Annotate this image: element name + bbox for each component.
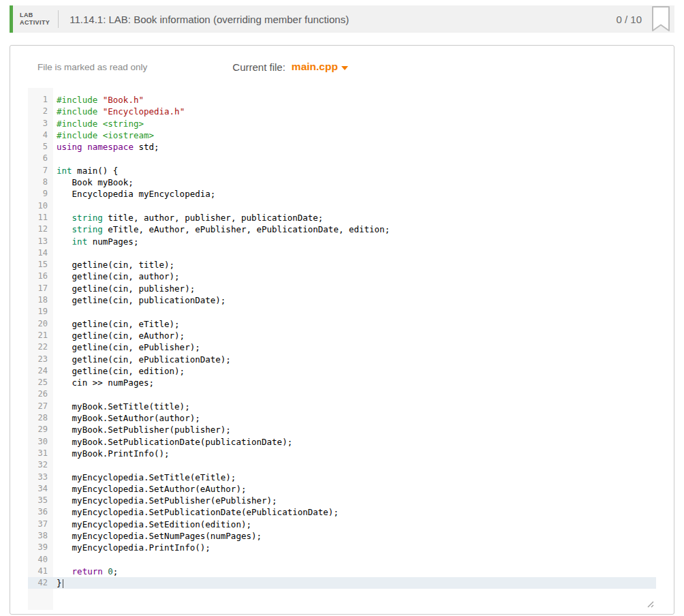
line-number: 1: [28, 94, 53, 106]
line-number: 13: [28, 236, 53, 247]
lab-score: 0 / 10: [616, 14, 651, 25]
code-line[interactable]: getline(cin, ePublicationDate);: [53, 354, 656, 365]
code-token: using: [57, 142, 82, 152]
code-token: myEncyclopedia.SetPublicationDate(ePubli…: [57, 507, 339, 517]
code-token: string: [72, 224, 103, 234]
code-line[interactable]: myBook.SetPublicationDate(publicationDat…: [53, 436, 656, 448]
code-line[interactable]: getline(cin, author);: [53, 271, 656, 282]
line-number: 34: [28, 483, 53, 495]
code-token: Encyclopedia myEncyclopedia;: [57, 189, 215, 199]
code-line[interactable]: myEncyclopedia.PrintInfo();: [53, 542, 656, 553]
code-token: title, author, publisher, publicationDat…: [103, 213, 324, 223]
resize-grip-icon[interactable]: [645, 599, 655, 609]
code-token: [97, 95, 103, 105]
code-line[interactable]: #include "Encyclopedia.h": [53, 106, 656, 117]
current-file-group: Current file: main.cpp: [232, 61, 348, 73]
line-number: 16: [28, 271, 53, 282]
code-line[interactable]: Book myBook;: [53, 176, 656, 188]
header-divider: [58, 10, 59, 28]
line-number: 27: [28, 401, 53, 412]
code-line[interactable]: string eTitle, eAuthor, ePublisher, ePub…: [53, 224, 656, 235]
chevron-down-icon: [341, 66, 348, 70]
code-line[interactable]: myEncyclopedia.SetPublisher(ePublisher);: [53, 495, 656, 506]
line-number: 26: [28, 388, 53, 400]
code-token: numPages;: [87, 236, 138, 247]
code-editor[interactable]: 1234567891011121314151617181920212223242…: [28, 88, 656, 610]
line-number: 35: [28, 495, 53, 506]
code-line[interactable]: [53, 200, 656, 212]
line-number: 31: [28, 448, 53, 459]
code-line[interactable]: myBook.SetPublisher(publisher);: [53, 424, 656, 435]
code-line[interactable]: #include <string>: [53, 118, 656, 129]
code-line[interactable]: myEncyclopedia.SetNumPages(numPages);: [53, 530, 656, 542]
code-line[interactable]: #include "Book.h": [53, 94, 656, 106]
code-token: <string>: [103, 119, 144, 129]
code-token: }: [57, 578, 62, 588]
code-token: myBook.SetPublicationDate(publicationDat…: [57, 437, 292, 447]
code-token: "Encyclopedia.h": [103, 106, 185, 117]
line-number: 17: [28, 283, 53, 294]
code-line[interactable]: using namespace std;: [53, 141, 656, 153]
code-line[interactable]: [53, 388, 656, 400]
readonly-note: File is marked as read only: [37, 62, 147, 72]
line-number: 18: [28, 294, 53, 306]
code-line[interactable]: getline(cin, title);: [53, 259, 656, 271]
code-token: std;: [134, 142, 159, 152]
code-line[interactable]: getline(cin, publicationDate);: [53, 294, 656, 306]
file-bar: File is marked as read only Current file…: [10, 46, 674, 88]
current-file-label: Current file:: [232, 61, 285, 73]
code-token: [57, 224, 72, 234]
code-token: namespace: [87, 142, 134, 152]
current-file-name: main.cpp: [292, 61, 338, 73]
code-line[interactable]: getline(cin, edition);: [53, 365, 656, 377]
code-line[interactable]: getline(cin, publisher);: [53, 283, 656, 294]
code-token: getline(cin, eAuthor);: [57, 330, 185, 341]
code-token: #include: [57, 119, 97, 129]
code-line[interactable]: [53, 247, 656, 259]
code-line[interactable]: myEncyclopedia.SetTitle(eTitle);: [53, 472, 656, 483]
line-number-gutter: 1234567891011121314151617181920212223242…: [28, 88, 53, 610]
code-line[interactable]: cin >> numPages;: [53, 377, 656, 388]
line-number: 7: [28, 165, 53, 176]
badge-line-1: LAB: [20, 12, 50, 19]
code-line[interactable]: return 0;: [53, 566, 656, 577]
line-number: 30: [28, 436, 53, 448]
code-line[interactable]: [53, 306, 656, 318]
code-line[interactable]: getline(cin, eTitle);: [53, 318, 656, 330]
line-number: 5: [28, 141, 53, 153]
line-number: 38: [28, 530, 53, 542]
code-line[interactable]: myBook.PrintInfo();: [53, 448, 656, 459]
line-number: 23: [28, 354, 53, 365]
code-token: getline(cin, author);: [57, 271, 180, 281]
code-line[interactable]: myEncyclopedia.SetEdition(edition);: [53, 519, 656, 530]
code-line[interactable]: getline(cin, eAuthor);: [53, 330, 656, 341]
code-line[interactable]: int numPages;: [53, 236, 656, 247]
code-line[interactable]: [53, 153, 656, 164]
code-line[interactable]: }: [53, 577, 656, 589]
code-token: [57, 566, 72, 576]
code-line[interactable]: int main() {: [53, 165, 656, 176]
current-file-dropdown[interactable]: main.cpp: [292, 61, 348, 73]
code-token: #include: [57, 106, 97, 117]
code-line[interactable]: myBook.SetAuthor(author);: [53, 412, 656, 424]
code-token: ;: [113, 566, 119, 576]
code-token: getline(cin, eTitle);: [57, 319, 180, 329]
code-token: 0: [108, 566, 113, 576]
code-token: int: [72, 236, 88, 247]
code-line[interactable]: string title, author, publisher, publica…: [53, 212, 656, 224]
code-area[interactable]: #include "Book.h"#include "Encyclopedia.…: [53, 88, 656, 610]
code-line[interactable]: getline(cin, ePublisher);: [53, 341, 656, 353]
code-line[interactable]: [53, 554, 656, 566]
code-line[interactable]: [53, 459, 656, 471]
code-token: [57, 236, 72, 247]
code-line[interactable]: Encyclopedia myEncyclopedia;: [53, 188, 656, 200]
code-token: #include: [57, 130, 97, 140]
line-number: 21: [28, 330, 53, 341]
code-token: [97, 130, 103, 140]
code-line[interactable]: myBook.SetTitle(title);: [53, 401, 656, 412]
line-number: 32: [28, 459, 53, 471]
code-token: return: [72, 566, 103, 576]
code-line[interactable]: myEncyclopedia.SetAuthor(eAuthor);: [53, 483, 656, 495]
code-line[interactable]: #include <iostream>: [53, 129, 656, 141]
code-line[interactable]: myEncyclopedia.SetPublicationDate(ePubli…: [53, 506, 656, 518]
